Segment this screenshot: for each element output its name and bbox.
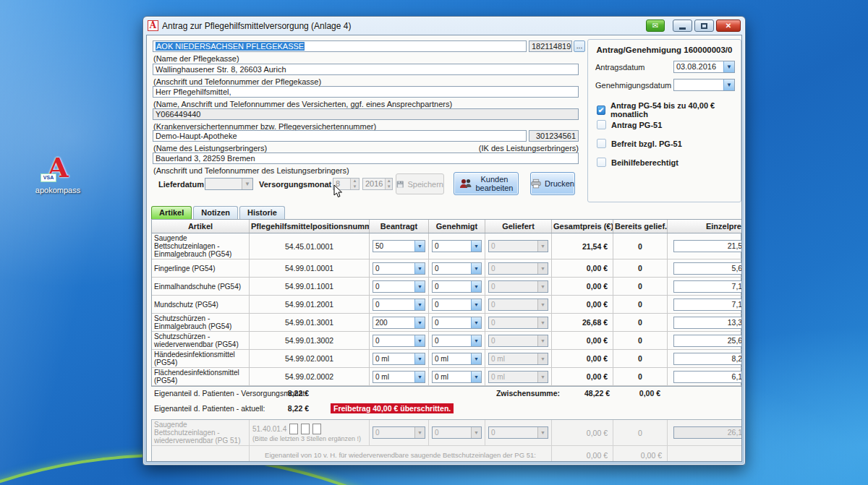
einzelpreis-field[interactable]: 25,65 [673,335,741,347]
checkbox-row[interactable]: Beihilfeberechtigt [597,158,678,167]
geliefert-combo[interactable]: 0▼ [488,335,548,347]
green-action-button[interactable]: ✉ [646,20,665,32]
chevron-down-icon: ▼ [537,335,548,346]
genehmigt-combo[interactable]: 0▼ [432,299,482,311]
genehmigt-combo[interactable]: 0▼ [432,240,482,252]
genehmigt-combo[interactable]: 0 ml▼ [432,353,482,365]
summary-line-aktuell: Eigenanteil d. Patienten - aktuell: 8,22… [151,404,741,417]
checkbox-row[interactable]: ✔ Antrag PG-54 bis zu 40,00 € monatlich [597,101,741,119]
pg51-digit-input[interactable] [301,424,310,434]
beantragt-combo[interactable]: 50▼ [373,240,425,252]
col-header-einzelpreis[interactable]: Einzelpreis [668,220,741,233]
maximize-button[interactable] [694,20,714,32]
versorgungsmonat-jahr-spinner[interactable]: 2016 ▲▼ [362,178,393,190]
beantragt-combo[interactable]: 0 ml▼ [373,371,425,383]
pflegekasse-anschrift-input[interactable]: Wallinghausener Str. 8, 26603 Aurich [153,64,579,75]
col-header-beantragt[interactable]: Beantragt [370,220,429,233]
col-header-artikel[interactable]: Artikel [152,220,250,233]
antragsdatum-combo[interactable]: 03.08.2016▼ [673,61,735,73]
beantragt-combo[interactable]: 0▼ [373,335,425,347]
positionsnummer-cell: 54.99.01.3001 [250,314,370,332]
geliefert-combo[interactable]: 0▼ [488,262,548,275]
speichern-button[interactable]: Speichern [396,173,444,194]
genehmigt-combo[interactable]: 0▼ [432,280,482,293]
checkbox-icon[interactable] [597,158,606,167]
einzelpreis-field[interactable]: 6,16 [673,371,741,383]
checkbox-icon[interactable] [597,120,606,129]
table-row: Händedesinfektionsmittel (PG54) 54.99.02… [152,350,741,368]
beantragt-combo[interactable]: 0▼ [373,299,425,311]
table-body: Saugende Bettschutzeinlagen - Einmalgebr… [151,233,741,387]
checkbox-icon[interactable] [597,139,606,148]
lieferdatum-combo[interactable]: ▼ [205,178,253,190]
leistungserbringer-name-input[interactable]: Demo-Haupt-Apotheke [153,130,527,142]
pg51-eigenanteil-bereits: 0,00 € [613,446,668,462]
title-bar[interactable]: A Antrag zur Pflegehilfsmittelversorgung… [143,17,745,35]
chevron-down-icon: ▼ [414,281,425,292]
einzelpreis-field[interactable]: 5,64 [673,262,741,275]
tab-artikel[interactable]: Artikel [151,206,192,219]
kunden-bearbeiten-button[interactable]: Kunden bearbeiten [454,172,519,195]
table-row: Schutzschürzen - wiederverwendbar (PG54)… [152,332,741,350]
leistungserbringer-anschrift-input[interactable]: Bauerland 3, 28259 Bremen [153,153,579,164]
tab-historie[interactable]: Historie [239,206,285,219]
bereits-geliefert-cell: 0 [613,314,668,332]
summary-line-versorgungsmonat: Eigenanteil d. Patienten - Versorgungsmo… [151,389,741,402]
lieferdatum-label: Lieferdatum [158,180,204,189]
beantragt-combo[interactable]: 200▼ [373,317,425,329]
versichertennummer-field[interactable]: Y066449440 [153,108,579,120]
beantragt-combo[interactable]: 0 ml▼ [373,353,425,365]
geliefert-combo[interactable]: 0 ml▼ [488,353,548,365]
leistungserbringer-ik-field[interactable]: 301234561 [529,130,579,142]
pg51-beantragt-combo[interactable]: 0▼ [373,426,425,439]
geliefert-combo[interactable]: 0▼ [488,317,548,329]
tab-notizen[interactable]: Notizen [193,206,238,219]
minimize-icon [679,27,686,30]
einzelpreis-field[interactable]: 13,34 [673,317,741,329]
beantragt-combo[interactable]: 0▼ [373,280,425,293]
pg51-gesamtpreis: 0,00 € [552,420,613,446]
col-header-gesamtpreis[interactable]: Gesamtpreis (€) [552,220,613,233]
col-header-positionsnummer[interactable]: Pflegehilfsmittelpositionsnummer [250,220,370,233]
app-window: A Antrag zur Pflegehilfsmittelversorgung… [142,16,746,465]
genehmigt-combo[interactable]: 0▼ [432,262,482,275]
pg51-geliefert-combo[interactable]: 0▼ [488,426,548,439]
genehmigungsdatum-combo[interactable]: ▼ [673,79,735,91]
geliefert-combo[interactable]: 0▼ [488,280,548,293]
pg51-pos-prefix: 51.40.01.4 [252,425,286,433]
geliefert-combo[interactable]: 0▼ [488,299,548,311]
checkbox-icon[interactable]: ✔ [597,106,605,115]
pg51-einzelpreis-field[interactable]: 26,16 [673,426,741,439]
col-header-genehmigt[interactable]: Genehmigt [429,220,485,233]
geliefert-combo[interactable]: 0 ml▼ [488,371,548,383]
geliefert-combo[interactable]: 0▼ [488,240,548,252]
versicherter-input[interactable]: Herr Pflegehilfsmittel, [153,86,579,98]
checkbox-row[interactable]: Antrag PG-51 [597,120,662,129]
col-header-geliefert[interactable]: Geliefert [485,220,552,233]
einzelpreis-field[interactable]: 7,18 [673,299,741,311]
chevron-down-icon: ▼ [471,263,481,274]
panel-title: Antrag/Genehmigung 160000003/0 [588,46,741,54]
genehmigt-combo[interactable]: 0 ml▼ [432,371,482,383]
genehmigt-combo[interactable]: 0▼ [432,335,482,347]
genehmigt-combo[interactable]: 0▼ [432,317,482,329]
col-header-bereits-geliefert[interactable]: Bereits gelief. [613,220,668,233]
spinner-arrows-icon[interactable]: ▲▼ [385,179,392,189]
checkbox-row[interactable]: Befreit bzgl. PG-51 [597,139,682,148]
beantragt-combo[interactable]: 0▼ [373,262,425,275]
drucken-button[interactable]: Drucken [530,172,575,195]
pg51-digit-input[interactable] [312,424,321,434]
pflegekasse-ik-field[interactable]: 182114819 [529,40,572,52]
pg51-digit-input[interactable] [289,424,298,434]
minimize-button[interactable] [673,20,692,32]
spinner-arrows-icon[interactable]: ▲▼ [350,179,359,189]
pflegekasse-name-input[interactable]: AOK NIEDERSACHSEN PFLEGEKASSE [153,40,527,52]
close-button[interactable]: ✕ [716,20,741,32]
einzelpreis-field[interactable]: 7,18 [673,280,741,293]
pflegekasse-lookup-button[interactable]: ... [574,40,585,52]
einzelpreis-field[interactable]: 8,21 [673,353,741,365]
einzelpreis-field[interactable]: 21,54 [673,240,741,252]
chevron-down-icon: ▼ [723,61,734,72]
desktop-icon-apokompass[interactable]: A VSA apokompass [22,153,94,194]
pg51-genehmigt-combo[interactable]: 0▼ [432,426,482,439]
